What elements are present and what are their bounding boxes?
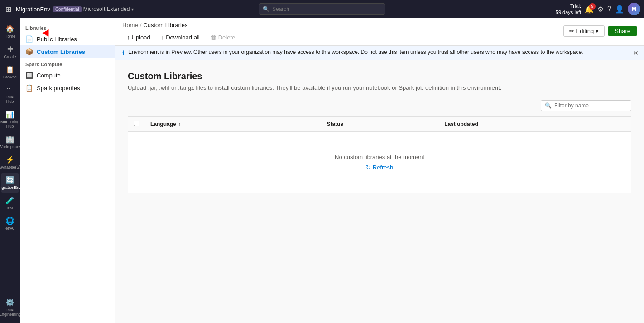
- nav-item-test-label: test: [7, 206, 14, 210]
- browse-icon: 📋: [5, 65, 14, 74]
- sidebar-item-spark-label: Spark properties: [37, 85, 80, 92]
- filter-input[interactable]: [554, 102, 627, 109]
- libraries-table: Language ↑ Status Last updated No custom…: [128, 116, 631, 193]
- app-name: MigrationEnv: [16, 6, 50, 13]
- search-icon: 🔍: [263, 6, 269, 12]
- breadcrumb-current: Custom Libraries: [143, 22, 187, 29]
- avatar[interactable]: M: [628, 3, 640, 15]
- search-input[interactable]: [272, 6, 381, 12]
- env-selector[interactable]: Confidential Microsoft Extended ▾: [53, 6, 134, 12]
- page-subtitle: Upload .jar, .whl or .tar.gz files to in…: [128, 84, 631, 91]
- upload-label: Upload: [132, 34, 150, 41]
- sidebar-item-public-label: Public Libraries: [37, 36, 77, 43]
- search-bar[interactable]: 🔍: [259, 3, 385, 15]
- test-icon: 🧪: [5, 196, 14, 205]
- empty-state: No custom libraries at the moment ↻ Refr…: [134, 135, 625, 189]
- download-all-button[interactable]: ↓ Download all: [157, 32, 204, 43]
- nav-item-synapse-label: Synapse(S): [0, 165, 21, 169]
- env-extended-label: Microsoft Extended: [83, 6, 130, 12]
- nav-item-migration[interactable]: 🔄 MigrationEn...: [1, 173, 19, 193]
- migration-icon: 🔄: [5, 176, 14, 184]
- banner-info-icon: ℹ: [122, 49, 125, 57]
- language-column-header[interactable]: Language ↑: [145, 117, 321, 132]
- sidebar-section-libraries: Libraries: [20, 22, 115, 33]
- status-column-header: Status: [321, 117, 439, 132]
- banner-text: Environment is in Preview. Other users i…: [128, 49, 583, 55]
- app-layout: 🏠 Home ✚ Create 📋 Browse 🗃 Data Hub 📊 Mo…: [0, 18, 644, 323]
- breadcrumb-separator: /: [140, 22, 142, 29]
- delete-label: Delete: [218, 34, 235, 41]
- create-icon: ✚: [7, 45, 13, 53]
- content-area: Custom Libraries Upload .jar, .whl or .t…: [115, 60, 644, 323]
- nav-item-datahub[interactable]: 🗃 Data Hub: [1, 83, 19, 106]
- nav-item-workspaces-label: Workspaces: [0, 145, 21, 149]
- notifications-icon[interactable]: 🔔 9: [585, 5, 594, 14]
- nav-item-data-engineering[interactable]: ⚙️ Data Engineering: [1, 295, 19, 319]
- banner-close-button[interactable]: ✕: [633, 49, 639, 57]
- nav-item-env0[interactable]: 🌐 env0: [1, 214, 19, 233]
- public-libraries-icon: 📄: [25, 35, 33, 43]
- breadcrumb-home[interactable]: Home: [122, 22, 138, 29]
- sidebar-item-custom-libraries[interactable]: 📦 Custom Libraries: [20, 45, 115, 58]
- nav-item-datahub-label: Data Hub: [3, 95, 17, 104]
- sidebar-item-compute[interactable]: 🔲 Compute: [20, 69, 115, 82]
- sidebar-item-custom-label: Custom Libraries: [37, 48, 85, 55]
- sidebar-item-spark-properties[interactable]: 📋 Spark properties: [20, 82, 115, 94]
- refresh-button[interactable]: ↻ Refresh: [366, 164, 394, 171]
- datahub-icon: 🗃: [6, 86, 14, 94]
- env-chevron-icon: ▾: [131, 7, 134, 12]
- sidebar-item-public-libraries[interactable]: 📄 Public Libraries: [20, 33, 115, 45]
- nav-item-browse-label: Browse: [3, 75, 17, 79]
- compute-icon: 🔲: [25, 72, 33, 79]
- toolbar: ↑ Upload ↓ Download all 🗑 Delete: [122, 30, 240, 45]
- home-icon: 🏠: [5, 24, 14, 33]
- delete-button[interactable]: 🗑 Delete: [206, 32, 240, 43]
- nav-item-monitoring[interactable]: 📊 Monitoring Hub: [1, 107, 19, 131]
- nav-item-browse[interactable]: 📋 Browse: [1, 63, 19, 82]
- delete-icon: 🗑: [211, 34, 216, 41]
- share-label: Share: [615, 28, 630, 34]
- editing-button[interactable]: ✏ Editing ▾: [563, 25, 605, 37]
- main-content: Home / Custom Libraries ↑ Upload ↓ Downl…: [115, 18, 644, 323]
- upload-icon: ↑: [127, 34, 130, 41]
- synapse-icon: ⚡: [5, 155, 14, 164]
- user-menu-icon[interactable]: 👤: [615, 5, 624, 14]
- nav-item-home-label: Home: [5, 34, 15, 39]
- data-engineering-icon: ⚙️: [5, 298, 14, 307]
- env0-icon: 🌐: [5, 217, 14, 225]
- nav-item-test[interactable]: 🧪 test: [1, 193, 19, 213]
- breadcrumb: Home / Custom Libraries: [122, 18, 240, 30]
- download-icon: ↓: [161, 34, 164, 41]
- nav-item-create[interactable]: ✚ Create: [1, 42, 19, 62]
- nav-item-home[interactable]: 🏠 Home: [1, 22, 19, 41]
- notification-badge: 9: [589, 3, 596, 10]
- settings-icon[interactable]: ⚙: [597, 5, 604, 14]
- filter-input-wrapper[interactable]: 🔍: [541, 100, 631, 111]
- select-all-checkbox[interactable]: [134, 121, 139, 126]
- editing-chevron-icon: ▾: [596, 28, 599, 34]
- share-button[interactable]: Share: [608, 26, 637, 36]
- sidebar-item-compute-label: Compute: [37, 72, 61, 79]
- help-icon[interactable]: ?: [607, 5, 611, 13]
- nav-item-monitoring-label: Monitoring Hub: [0, 120, 19, 129]
- nav-item-synapse[interactable]: ⚡ Synapse(S): [1, 153, 19, 172]
- refresh-label: Refresh: [373, 164, 394, 171]
- page-title: Custom Libraries: [128, 71, 631, 82]
- sidebar: Libraries 📄 Public Libraries 📦 Custom Li…: [20, 18, 115, 323]
- left-nav: 🏠 Home ✚ Create 📋 Browse 🗃 Data Hub 📊 Mo…: [0, 18, 20, 323]
- spark-props-icon: 📋: [25, 84, 33, 92]
- nav-item-create-label: Create: [4, 54, 16, 59]
- filter-bar: 🔍: [128, 100, 631, 111]
- monitoring-icon: 📊: [5, 110, 14, 119]
- editing-label: ✏ Editing: [569, 28, 594, 34]
- waffle-icon[interactable]: ⊞: [4, 3, 13, 15]
- action-bar: Home / Custom Libraries ↑ Upload ↓ Downl…: [115, 18, 644, 46]
- topbar: ⊞ MigrationEnv Confidential Microsoft Ex…: [0, 0, 644, 18]
- sidebar-section-compute: Spark Compute: [20, 58, 115, 69]
- nav-item-env0-label: env0: [5, 226, 14, 231]
- select-all-header: [128, 117, 145, 132]
- env-badge: Confidential: [53, 6, 82, 12]
- custom-libraries-icon: 📦: [25, 48, 33, 55]
- nav-item-workspaces[interactable]: 🏢 Workspaces: [1, 132, 19, 152]
- upload-button[interactable]: ↑ Upload: [122, 32, 155, 43]
